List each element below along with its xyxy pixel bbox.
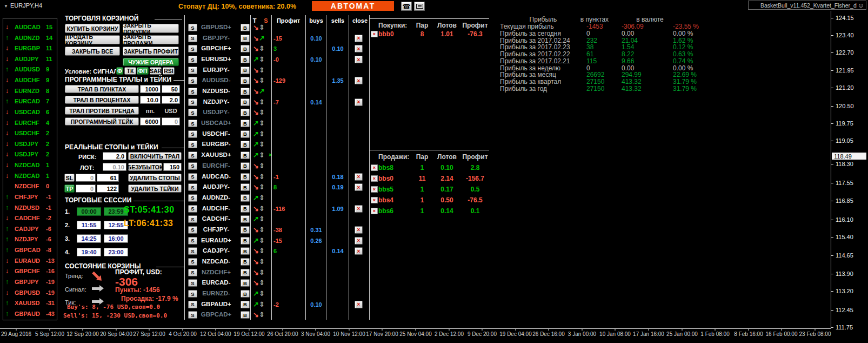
sell-pair-button[interactable]: S — [188, 141, 197, 148]
tp-field-2[interactable]: 122 — [97, 184, 119, 193]
close-group-button[interactable]: × — [371, 197, 378, 203]
close-pair-button[interactable]: × — [355, 226, 363, 234]
trail-field-2[interactable]: 2.0 — [162, 96, 180, 104]
session-to-field[interactable]: 16:00 — [104, 234, 128, 243]
sell-pair-button[interactable]: S — [188, 109, 197, 116]
close-pair-button[interactable]: × — [355, 237, 363, 245]
buy-pair-button[interactable]: B — [241, 109, 250, 116]
sell-pair-button[interactable]: S — [188, 183, 197, 191]
buy-pair-button[interactable]: B — [241, 130, 250, 138]
sell-pair-button[interactable]: S — [188, 269, 197, 276]
sell-pair-button[interactable]: S — [188, 35, 197, 42]
sell-pair-button[interactable]: S — [188, 56, 197, 63]
buy-pair-button[interactable]: B — [241, 77, 250, 84]
session-to-field[interactable]: 23:00 — [104, 248, 128, 256]
close-sells-button[interactable]: ЗАКРЫТЬ ПРОДАЖИ — [123, 35, 179, 44]
sell-pair-button[interactable]: S — [188, 173, 197, 181]
close-pair-button[interactable]: × — [355, 77, 363, 84]
trail-field-1[interactable]: 10.0 — [140, 96, 161, 104]
sell-pair-button[interactable]: S — [188, 162, 197, 170]
close-pair-button[interactable]: × — [355, 173, 363, 181]
trail-button[interactable]: ТРАЛ В ПРОЦЕНТАХ — [65, 96, 139, 104]
sell-pair-button[interactable]: S — [188, 290, 197, 298]
sl-field-2[interactable]: 61 — [97, 174, 119, 182]
session-from-field[interactable]: 00:00 — [77, 207, 101, 216]
sell-pair-button[interactable]: S — [188, 151, 197, 159]
sell-pair-button[interactable]: S — [188, 24, 197, 31]
trail-button[interactable]: ТРАЛ В ПУНКТАХ — [65, 85, 139, 93]
delete-stops-button[interactable]: УДАЛИТЬ СТОПЫ — [128, 174, 182, 182]
lot-field[interactable]: 0.10 — [103, 163, 126, 171]
sell-pair-button[interactable]: S — [188, 67, 197, 74]
trail-field-2[interactable]: 50 — [162, 85, 180, 93]
buy-pair-button[interactable]: B — [241, 173, 250, 181]
sell-pair-button[interactable]: S — [188, 215, 197, 223]
close-profit-button[interactable]: ЗАКРЫТЬ ПРОФИТ — [123, 47, 179, 56]
buy-pair-button[interactable]: B — [241, 247, 250, 255]
sell-pair-button[interactable]: S — [188, 237, 197, 245]
sl-field-1[interactable]: 0 — [76, 174, 96, 182]
buy-pair-button[interactable]: B — [241, 141, 250, 148]
buy-pair-button[interactable]: B — [241, 35, 250, 42]
close-pair-button[interactable]: × — [355, 45, 363, 52]
close-pair-button[interactable]: × — [355, 301, 363, 308]
trail-field-2[interactable]: 0 — [162, 117, 180, 126]
sell-pair-button[interactable]: S — [188, 194, 197, 202]
buy-pair-button[interactable]: B — [241, 290, 250, 298]
buy-pair-button[interactable]: B — [241, 67, 250, 74]
sell-pair-button[interactable]: S — [188, 88, 197, 95]
delete-takes-button[interactable]: УДАЛИТЬ ТЕЙКИ — [128, 184, 182, 193]
close-group-button[interactable]: × — [371, 186, 378, 193]
close-all-button[interactable]: ЗАКРЫТЬ ВСЕ — [65, 47, 120, 56]
buy-pair-button[interactable]: B — [241, 120, 250, 127]
sell-pair-button[interactable]: S — [188, 258, 197, 266]
sell-pair-button[interactable]: S — [188, 120, 197, 127]
close-group-button[interactable]: × — [371, 164, 378, 171]
tp-chip[interactable]: ТР — [64, 184, 75, 193]
buy-pair-button[interactable]: B — [241, 215, 250, 223]
trail-button[interactable]: ТРАЛ ПРОТИВ ТРЕНДА — [65, 107, 139, 115]
condition-button-rsi[interactable]: RSI — [163, 67, 175, 75]
buy-pair-button[interactable]: B — [241, 98, 250, 106]
sell-pair-button[interactable]: S — [188, 130, 197, 138]
sell-pair-button[interactable]: S — [188, 311, 197, 319]
buy-pair-button[interactable]: B — [241, 162, 250, 170]
close-pair-button[interactable]: × — [355, 183, 363, 191]
buy-pair-button[interactable]: B — [241, 269, 250, 276]
close-pair-button[interactable]: × — [355, 35, 363, 42]
buy-pair-button[interactable]: B — [241, 56, 250, 63]
dropdown-triangle-icon[interactable]: ▼ — [4, 4, 8, 9]
breakeven-field[interactable]: 150 — [163, 163, 182, 171]
foreign-orders-button[interactable]: ЧУЖИЕ ОРДЕРА — [123, 58, 179, 66]
buy-pair-button[interactable]: B — [241, 301, 250, 308]
automat-button[interactable]: АВТОМАТ — [312, 1, 394, 11]
buy-pair-button[interactable]: B — [241, 237, 250, 245]
buy-pair-button[interactable]: B — [241, 88, 250, 95]
sell-pair-button[interactable]: S — [188, 279, 197, 287]
buy-pair-button[interactable]: B — [241, 205, 250, 213]
trail-field-1[interactable]: 1000 — [140, 85, 161, 93]
sell-basket-button[interactable]: ПРОДАТЬ КОРЗИНУ — [65, 35, 120, 44]
buy-pair-button[interactable]: B — [241, 311, 250, 319]
sell-pair-button[interactable]: S — [188, 205, 197, 213]
buy-pair-button[interactable]: B — [241, 183, 250, 191]
trail-field-1[interactable]: 6000 — [140, 117, 161, 126]
session-from-field[interactable]: 14:25 — [77, 234, 101, 243]
buy-pair-button[interactable]: B — [241, 194, 250, 202]
close-pair-button[interactable]: × — [355, 98, 363, 106]
enable-trail-button[interactable]: ВКЛЮЧИТЬ ТРАЛ — [128, 152, 182, 160]
sell-pair-button[interactable]: S — [188, 45, 197, 52]
monitor-button[interactable] — [414, 2, 425, 11]
close-group-button[interactable]: × — [371, 175, 378, 182]
close-pair-button[interactable]: × — [355, 205, 363, 213]
close-group-button[interactable]: × — [371, 208, 378, 214]
buy-pair-button[interactable]: B — [241, 24, 250, 31]
session-from-field[interactable]: 11:55 — [77, 221, 101, 229]
condition-button-sar[interactable]: SAR — [150, 67, 162, 75]
buy-pair-button[interactable]: B — [241, 226, 250, 234]
buy-pair-button[interactable]: B — [241, 279, 250, 287]
buy-basket-button[interactable]: КУПИТЬ КОРЗИНУ — [65, 24, 120, 33]
close-pair-button[interactable]: × — [355, 247, 363, 255]
close-pair-button[interactable]: × — [355, 56, 363, 63]
condition-button-тк[interactable]: ТК — [124, 67, 136, 75]
